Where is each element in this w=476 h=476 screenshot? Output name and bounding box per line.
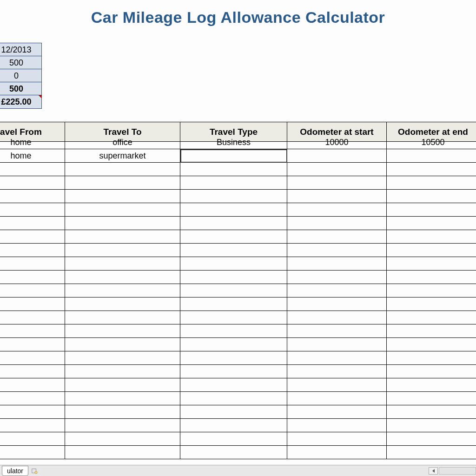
cell-empty[interactable]: [0, 432, 65, 446]
cell-empty[interactable]: [65, 203, 180, 217]
cell-empty[interactable]: [287, 230, 387, 244]
cell-empty[interactable]: [287, 271, 387, 284]
cell-empty[interactable]: [0, 271, 65, 284]
cell-empty[interactable]: [0, 405, 65, 419]
cell-empty[interactable]: [65, 257, 180, 271]
cell-empty[interactable]: [387, 190, 476, 203]
cell-empty[interactable]: [0, 284, 65, 298]
cell-empty[interactable]: [387, 217, 476, 230]
cell-empty[interactable]: [180, 419, 287, 432]
cell-travel-from[interactable]: home: [0, 149, 65, 163]
cell-empty[interactable]: [287, 176, 387, 190]
cell-empty[interactable]: [65, 432, 180, 446]
cell-empty[interactable]: [0, 298, 65, 311]
cell-travel-to[interactable]: supermarket: [65, 149, 180, 163]
cell-empty[interactable]: [180, 392, 287, 405]
cell-empty[interactable]: [287, 392, 387, 405]
cell-empty[interactable]: [287, 351, 387, 365]
cell-empty[interactable]: [65, 405, 180, 419]
cell-empty[interactable]: [65, 392, 180, 405]
cell-empty[interactable]: [65, 284, 180, 298]
cell-travel-type-active[interactable]: Personal Business: [180, 149, 287, 163]
cell-empty[interactable]: [0, 217, 65, 230]
cell-empty[interactable]: [180, 405, 287, 419]
cell-empty[interactable]: [0, 311, 65, 324]
cell-empty[interactable]: [387, 392, 476, 405]
cell-empty[interactable]: [180, 257, 287, 271]
cell-empty[interactable]: [65, 298, 180, 311]
cell-empty[interactable]: [0, 324, 65, 338]
cell-empty[interactable]: [287, 257, 387, 271]
cell-empty[interactable]: [180, 324, 287, 338]
horizontal-scrollbar[interactable]: [439, 467, 476, 475]
cell-empty[interactable]: [287, 284, 387, 298]
cell-empty[interactable]: [287, 217, 387, 230]
cell-empty[interactable]: [0, 419, 65, 432]
cell-empty[interactable]: [180, 217, 287, 230]
cell-empty[interactable]: [65, 324, 180, 338]
cell-empty[interactable]: [387, 176, 476, 190]
summary-date[interactable]: 12/2013: [0, 43, 41, 56]
cell-empty[interactable]: [287, 163, 387, 176]
cell-empty[interactable]: [287, 324, 387, 338]
cell-empty[interactable]: [0, 176, 65, 190]
cell-travel-type[interactable]: Business: [180, 136, 287, 149]
cell-empty[interactable]: [287, 446, 387, 459]
cell-empty[interactable]: [180, 163, 287, 176]
cell-empty[interactable]: [65, 338, 180, 351]
cell-empty[interactable]: [180, 311, 287, 324]
cell-empty[interactable]: [387, 271, 476, 284]
cell-empty[interactable]: [180, 284, 287, 298]
summary-value-3[interactable]: 500: [0, 82, 41, 95]
cell-empty[interactable]: [387, 378, 476, 392]
cell-odometer-start[interactable]: 10000: [287, 136, 387, 149]
cell-empty[interactable]: [387, 405, 476, 419]
cell-empty[interactable]: [180, 298, 287, 311]
cell-empty[interactable]: [387, 351, 476, 365]
cell-empty[interactable]: [65, 244, 180, 257]
cell-empty[interactable]: [0, 203, 65, 217]
cell-empty[interactable]: [387, 446, 476, 459]
cell-empty[interactable]: [287, 311, 387, 324]
cell-empty[interactable]: [0, 163, 65, 176]
cell-empty[interactable]: [387, 311, 476, 324]
cell-empty[interactable]: [287, 378, 387, 392]
cell-empty[interactable]: [180, 190, 287, 203]
cell-empty[interactable]: [180, 230, 287, 244]
cell-odometer-start[interactable]: [287, 149, 387, 163]
cell-empty[interactable]: [0, 230, 65, 244]
cell-empty[interactable]: [180, 244, 287, 257]
cell-empty[interactable]: [287, 365, 387, 378]
cell-empty[interactable]: [0, 338, 65, 351]
cell-empty[interactable]: [65, 419, 180, 432]
cell-empty[interactable]: [287, 419, 387, 432]
cell-odometer-end[interactable]: [387, 149, 476, 163]
cell-empty[interactable]: [287, 432, 387, 446]
cell-empty[interactable]: [65, 446, 180, 459]
cell-empty[interactable]: [287, 203, 387, 217]
cell-empty[interactable]: [0, 244, 65, 257]
cell-empty[interactable]: [387, 298, 476, 311]
cell-travel-from[interactable]: home: [0, 136, 65, 149]
cell-empty[interactable]: [0, 257, 65, 271]
cell-empty[interactable]: [387, 432, 476, 446]
cell-empty[interactable]: [180, 351, 287, 365]
cell-empty[interactable]: [0, 365, 65, 378]
cell-empty[interactable]: [0, 190, 65, 203]
cell-empty[interactable]: [387, 324, 476, 338]
cell-empty[interactable]: [65, 311, 180, 324]
cell-odometer-end[interactable]: 10500: [387, 136, 476, 149]
new-sheet-icon[interactable]: [31, 468, 38, 474]
cell-empty[interactable]: [387, 230, 476, 244]
cell-empty[interactable]: [65, 365, 180, 378]
cell-empty[interactable]: [387, 244, 476, 257]
summary-value-2[interactable]: 0: [0, 69, 41, 82]
cell-empty[interactable]: [180, 378, 287, 392]
summary-value-1[interactable]: 500: [0, 56, 41, 69]
cell-empty[interactable]: [180, 338, 287, 351]
sheet-tab[interactable]: ulator: [2, 466, 28, 476]
cell-empty[interactable]: [65, 176, 180, 190]
cell-empty[interactable]: [65, 378, 180, 392]
cell-empty[interactable]: [387, 284, 476, 298]
cell-empty[interactable]: [65, 163, 180, 176]
